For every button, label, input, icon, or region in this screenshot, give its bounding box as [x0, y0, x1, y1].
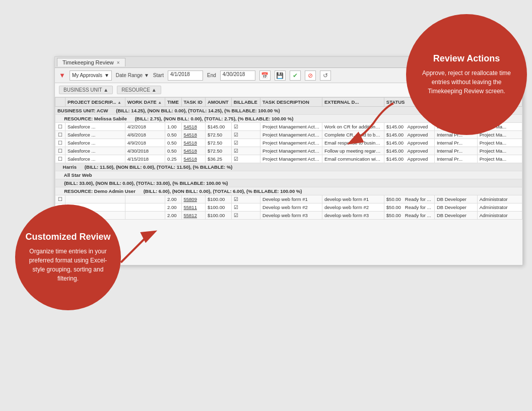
resource-header-demo: RESOURCE: Demo Admin User (BILL: 6.00), …: [55, 187, 522, 195]
amount: $72.50: [205, 139, 231, 147]
start-date-input[interactable]: 4/1/2018: [168, 71, 203, 81]
time: 2.00: [165, 195, 181, 203]
project-desc: Salesforce ...: [65, 155, 125, 163]
col-amount[interactable]: AMOUNT: [205, 98, 231, 107]
project-role: DB Developer: [434, 195, 477, 203]
work-date: 4/15/2018: [125, 155, 165, 163]
col-checkbox: [55, 98, 65, 107]
start-label: Start: [153, 73, 164, 78]
end-label: End: [207, 73, 216, 78]
task-desc: Project Management Activities: [260, 131, 322, 139]
work-date: [125, 195, 165, 203]
end-date-input[interactable]: 4/30/2018: [220, 71, 255, 81]
task-desc: Develop web form #1: [260, 195, 322, 203]
customized-review-title: Customized Review: [25, 232, 110, 243]
billable[interactable]: ☑: [231, 212, 260, 220]
project-desc: Salesforce ...: [65, 147, 125, 155]
business-unit-chip-label: BUSINESS UNIT ▲: [63, 87, 108, 93]
row-checkbox[interactable]: ☐: [55, 195, 65, 203]
business-unit-group-chip[interactable]: BUSINESS UNIT ▲: [59, 86, 113, 94]
project-role: DB Developer: [434, 203, 477, 212]
task-id[interactable]: 54518: [181, 139, 205, 147]
tab-close-button[interactable]: ×: [117, 60, 120, 65]
task-id[interactable]: 55809: [181, 195, 205, 203]
my-approvals-select[interactable]: My Approvals ▼: [70, 71, 112, 81]
project-desc: [65, 195, 125, 203]
billable[interactable]: ☑: [231, 123, 260, 131]
project-desc: Salesforce ...: [65, 131, 125, 139]
table-row: ☐ 2.00 55812 $100.00 ☑ Develop web form …: [55, 212, 522, 220]
customized-review-arrow: [116, 227, 161, 267]
project-level: Administrator: [477, 203, 522, 212]
task-id[interactable]: 55812: [181, 212, 205, 220]
time: 0.50: [165, 139, 181, 147]
external-d: develop web form #3: [322, 212, 384, 220]
amount: $100.00: [205, 212, 231, 220]
amount: $100.00: [205, 195, 231, 203]
calendar-button[interactable]: 📅: [259, 71, 271, 81]
col-task-description[interactable]: TASK DESCRIPTION: [260, 98, 322, 107]
amount: $72.50: [205, 147, 231, 155]
review-actions-body: Approve, reject or reallocate time entri…: [416, 68, 517, 96]
billable[interactable]: ☑: [231, 155, 260, 163]
external-d: develop web form #1: [322, 195, 384, 203]
refresh-button[interactable]: ↺: [320, 71, 331, 81]
tab-label: Timekeeping Review: [62, 59, 114, 65]
save-button[interactable]: 💾: [275, 71, 286, 81]
task-id[interactable]: 54518: [181, 131, 205, 139]
col-task-id[interactable]: TASK ID: [181, 98, 205, 107]
reject-button[interactable]: ⊘: [305, 71, 316, 81]
billable[interactable]: ☑: [231, 131, 260, 139]
row-checkbox[interactable]: ☐: [55, 155, 65, 163]
table-row: ☐ 2.00 55811 $100.00 ☑ Develop web form …: [55, 203, 522, 212]
project-level: Project Ma...: [477, 155, 522, 163]
col-work-date[interactable]: WORK DATE ▲: [125, 98, 165, 107]
resource-chip-label: RESOURCE ▲: [121, 87, 156, 93]
status: $50.00 Ready for ...: [384, 195, 434, 203]
billable[interactable]: ☑: [231, 195, 260, 203]
billable[interactable]: ☑: [231, 203, 260, 212]
task-id[interactable]: 54518: [181, 147, 205, 155]
task-id[interactable]: 55811: [181, 203, 205, 212]
customized-review-circle: Customized Review Organize time entries …: [15, 204, 121, 310]
col-project-desc[interactable]: PROJECT DESCRIP... ▲: [65, 98, 125, 107]
customized-review-body: Organize time entries in your preferred …: [25, 247, 111, 283]
task-desc: Project Management Activities: [260, 155, 322, 163]
external-d: Email communication with business, proce…: [322, 155, 384, 163]
row-checkbox[interactable]: ☐: [55, 123, 65, 131]
project-level: Administrator: [477, 195, 522, 203]
task-id[interactable]: 54518: [181, 123, 205, 131]
row-checkbox[interactable]: ☐: [55, 139, 65, 147]
filter-dropdown-icon: ▼: [104, 73, 109, 78]
row-checkbox[interactable]: ☐: [55, 131, 65, 139]
status: $145.00 Approved: [384, 155, 434, 163]
table-row: ☐ 2.00 55809 $100.00 ☑ Develop web form …: [55, 195, 522, 203]
billable[interactable]: ☑: [231, 147, 260, 155]
task-desc: Develop web form #2: [260, 203, 322, 212]
time: 0.50: [165, 147, 181, 155]
task-desc: Develop web form #3: [260, 212, 322, 220]
filter-label: My Approvals: [72, 73, 102, 78]
work-date: [125, 203, 165, 212]
filter-icon: ▼: [59, 72, 65, 79]
project-role: Internal Pr...: [434, 139, 477, 147]
billable[interactable]: ☑: [231, 139, 260, 147]
project-level: Project Ma...: [477, 147, 522, 155]
amount: $100.00: [205, 203, 231, 212]
review-actions-title: Review Actions: [433, 53, 500, 64]
amount: $145.00: [205, 123, 231, 131]
row-checkbox[interactable]: ☐: [55, 147, 65, 155]
section-header-total: (BILL: 33.00), (NON BILL: 0.00), (TOTAL:…: [55, 179, 522, 187]
project-level: Administrator: [477, 212, 522, 220]
review-actions-arrow: [343, 98, 404, 149]
col-billable[interactable]: BILLABLE: [231, 98, 260, 107]
tab-timekeeping-review[interactable]: Timekeeping Review ×: [57, 58, 125, 66]
task-id[interactable]: 54518: [181, 155, 205, 163]
col-time[interactable]: TIME: [165, 98, 181, 107]
approve-button[interactable]: ✔: [290, 71, 301, 81]
table-row: ☐ Salesforce ... 4/15/2018 0.25 54518 $3…: [55, 155, 522, 163]
resource-demo-label: RESOURCE: Demo Admin User (BILL: 6.00), …: [55, 187, 522, 195]
table-row: ☐ Salesforce ... 4/30/2018 0.50 54518 $7…: [55, 147, 522, 155]
project-role: Internal Pr...: [434, 147, 477, 155]
resource-group-chip[interactable]: RESOURCE ▲: [117, 86, 161, 94]
